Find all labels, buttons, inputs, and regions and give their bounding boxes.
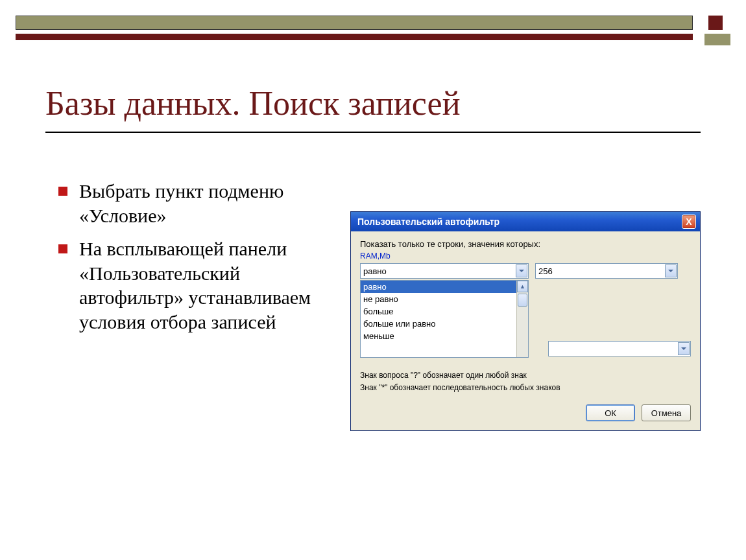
decor-bar-maroon: [16, 34, 693, 40]
dialog-body: Показать только те строки, значения кото…: [351, 231, 700, 430]
condition-options-listbox[interactable]: равно не равно больше больше или равно м…: [360, 280, 529, 358]
value-text: 256: [538, 266, 553, 276]
chevron-down-icon[interactable]: [516, 264, 527, 277]
slide-content: Выбрать пункт подменю «Условие» На всплы…: [52, 179, 720, 399]
decor-square-maroon: [708, 16, 723, 30]
list-option-selected[interactable]: равно: [361, 281, 516, 293]
hint-questionmark: Знак вопроса "?" обозначает один любой з…: [360, 369, 691, 382]
condition-selected-text: равно: [363, 266, 387, 276]
autofilter-dialog: Пользовательский автофильтр X Показать т…: [350, 211, 701, 431]
condition-combobox[interactable]: равно: [360, 263, 529, 279]
decor-bar-olive: [16, 16, 693, 30]
list-option[interactable]: больше: [361, 305, 516, 318]
hints-block: Знак вопроса "?" обозначает один любой з…: [360, 369, 691, 394]
slide-top-decoration: [16, 16, 730, 40]
listbox-inner: равно не равно больше больше или равно м…: [361, 281, 516, 357]
ok-button[interactable]: ОК: [586, 404, 635, 421]
condition-row: равно 256: [360, 263, 691, 279]
field-label: RAM,Mb: [360, 251, 691, 261]
dialog-title: Пользовательский автофильтр: [357, 216, 499, 227]
decor-square-olive: [704, 34, 730, 45]
bullet-list: Выбрать пункт подменю «Условие» На всплы…: [52, 179, 331, 399]
dialog-buttons: ОК Отмена: [360, 404, 691, 421]
dialog-instruction: Показать только те строки, значения кото…: [360, 239, 691, 249]
close-button[interactable]: X: [682, 215, 696, 229]
second-value-combobox[interactable]: [548, 341, 691, 356]
dialog-titlebar[interactable]: Пользовательский автофильтр X: [351, 212, 700, 231]
slide-title-block: Базы данных. Поиск записей: [45, 84, 701, 133]
close-icon: X: [686, 216, 692, 227]
chevron-down-icon[interactable]: [665, 264, 677, 277]
hint-asterisk: Знак "*" обозначает последовательность л…: [360, 382, 691, 394]
list-option[interactable]: не равно: [361, 293, 516, 305]
bullet-item: На всплывающей панели «Пользовательский …: [52, 237, 331, 334]
cancel-button[interactable]: Отмена: [642, 404, 691, 421]
chevron-down-icon[interactable]: [678, 342, 690, 355]
list-option[interactable]: больше или равно: [361, 318, 516, 330]
listbox-scrollbar[interactable]: ▲: [516, 281, 528, 357]
list-option[interactable]: меньше: [361, 330, 516, 342]
slide-title: Базы данных. Поиск записей: [45, 84, 701, 122]
scroll-up-icon[interactable]: ▲: [517, 281, 528, 292]
bullet-item: Выбрать пункт подменю «Условие»: [52, 179, 331, 228]
scroll-thumb[interactable]: [518, 294, 527, 307]
value-combobox[interactable]: 256: [535, 263, 678, 279]
